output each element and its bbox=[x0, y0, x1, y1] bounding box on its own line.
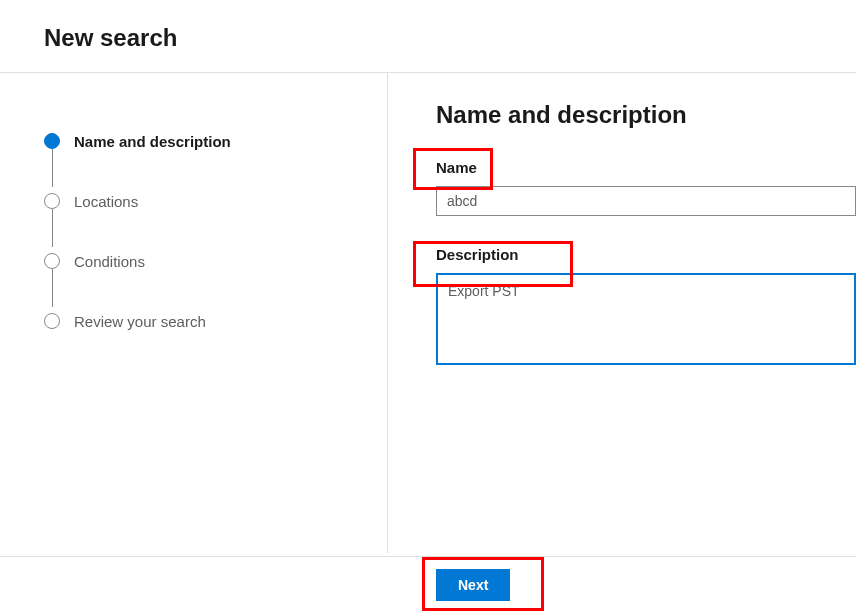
step-review-your-search[interactable]: Review your search bbox=[44, 291, 387, 351]
name-field-group: Name bbox=[436, 159, 856, 216]
step-list: Name and description Locations Condition… bbox=[44, 111, 387, 351]
step-connector bbox=[52, 149, 53, 187]
step-label: Review your search bbox=[74, 313, 206, 330]
step-connector bbox=[52, 209, 53, 247]
step-label: Name and description bbox=[74, 133, 231, 150]
step-indicator-icon bbox=[44, 313, 60, 329]
main-panel: Name and description Name Description Ex… bbox=[388, 73, 856, 553]
description-label: Description bbox=[436, 246, 856, 263]
step-name-and-description[interactable]: Name and description bbox=[44, 111, 387, 171]
step-locations[interactable]: Locations bbox=[44, 171, 387, 231]
step-connector bbox=[52, 269, 53, 307]
footer: Next bbox=[0, 556, 856, 613]
step-indicator-icon bbox=[44, 253, 60, 269]
step-conditions[interactable]: Conditions bbox=[44, 231, 387, 291]
content-area: Name and description Locations Condition… bbox=[0, 73, 856, 553]
page-title: New search bbox=[0, 0, 856, 72]
name-input[interactable] bbox=[436, 186, 856, 216]
next-button[interactable]: Next bbox=[436, 569, 510, 601]
description-input[interactable]: Export PST bbox=[436, 273, 856, 365]
main-heading: Name and description bbox=[436, 101, 856, 129]
wizard-sidebar: Name and description Locations Condition… bbox=[0, 73, 388, 553]
step-indicator-icon bbox=[44, 133, 60, 149]
description-field-group: Description Export PST bbox=[436, 246, 856, 369]
name-label: Name bbox=[436, 159, 856, 176]
step-indicator-icon bbox=[44, 193, 60, 209]
step-label: Locations bbox=[74, 193, 138, 210]
step-label: Conditions bbox=[74, 253, 145, 270]
